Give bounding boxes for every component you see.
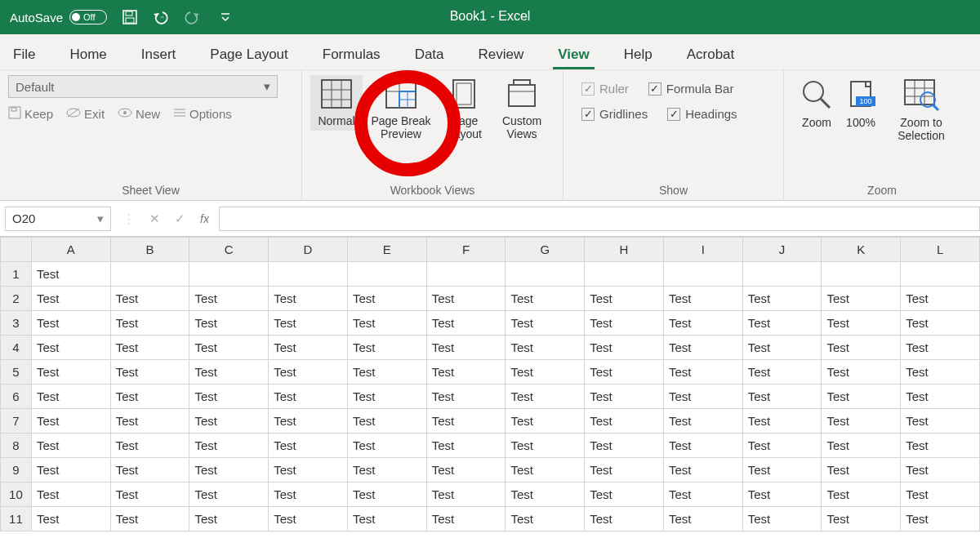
cell[interactable]: Test [110,287,189,311]
cell[interactable]: Test [269,336,348,360]
cell[interactable]: Test [901,385,980,409]
cell[interactable] [663,262,742,287]
cell[interactable]: Test [31,434,110,458]
ruler-checkbox[interactable]: ✓ Ruler [581,82,629,96]
cell[interactable]: Test [663,385,742,409]
cell[interactable]: Test [110,409,189,434]
cell[interactable]: Test [189,483,269,507]
row-header[interactable]: 4 [1,336,32,360]
cell[interactable]: Test [31,336,110,360]
spreadsheet-grid[interactable]: ABCDEFGHIJKL1Test2TestTestTestTestTestTe… [0,237,980,531]
custom-views-button[interactable]: Custom Views [493,75,550,144]
tab-acrobat[interactable]: Acrobat [682,38,740,69]
autosave-toggle[interactable]: AutoSave Off [10,10,107,24]
cell[interactable]: Test [742,507,822,531]
cell[interactable]: Test [347,409,426,434]
cell[interactable]: Test [901,483,980,507]
cell[interactable]: Test [901,409,980,434]
cell[interactable]: Test [189,385,269,409]
cell[interactable]: Test [585,336,664,360]
column-header[interactable]: G [506,238,585,262]
cell[interactable]: Test [269,434,348,458]
cell[interactable]: Test [110,311,189,336]
tab-review[interactable]: Review [474,38,529,69]
cell[interactable] [426,262,506,287]
column-header[interactable]: B [110,238,189,262]
cell[interactable]: Test [426,336,506,360]
cell[interactable]: Test [663,311,742,336]
tab-data[interactable]: Data [410,38,449,69]
cell[interactable]: Test [189,360,269,385]
cell[interactable]: Test [189,458,269,483]
cell[interactable]: Test [189,409,269,434]
cell[interactable]: Test [742,458,822,483]
cell[interactable]: Test [506,287,585,311]
cell[interactable]: Test [663,507,742,531]
cell[interactable]: Test [585,385,664,409]
cell[interactable]: Test [742,287,822,311]
gridlines-checkbox[interactable]: ✓ Gridlines [581,107,648,121]
column-header[interactable]: H [585,238,664,262]
column-header[interactable]: C [189,238,269,262]
cell[interactable]: Test [822,311,901,336]
cell[interactable]: Test [742,409,822,434]
cell[interactable]: Test [663,434,742,458]
cell[interactable]: Test [426,409,506,434]
save-icon[interactable] [122,9,138,25]
cell[interactable]: Test [742,360,822,385]
row-header[interactable]: 2 [1,287,32,311]
cell[interactable]: Test [426,434,506,458]
tab-home[interactable]: Home [65,38,111,69]
cell[interactable] [506,262,585,287]
cell[interactable]: Test [426,360,506,385]
cell[interactable]: Test [31,360,110,385]
cell[interactable]: Test [347,287,426,311]
cell[interactable]: Test [110,434,189,458]
cell[interactable]: Test [347,434,426,458]
cancel-icon[interactable]: ✕ [149,211,160,226]
cell[interactable]: Test [506,360,585,385]
cell[interactable]: Test [663,458,742,483]
cell[interactable]: Test [585,507,664,531]
page-layout-button[interactable]: Page Layout [439,75,490,144]
cell[interactable]: Test [110,385,189,409]
cell[interactable]: Test [269,311,348,336]
cell[interactable]: Test [663,409,742,434]
column-header[interactable]: J [742,238,822,262]
cell[interactable]: Test [347,458,426,483]
row-header[interactable]: 10 [1,483,32,507]
cell[interactable]: Test [269,458,348,483]
cell[interactable]: Test [742,336,822,360]
page-break-preview-button[interactable]: Page Break Preview [366,75,436,144]
zoom-button[interactable]: Zoom [800,78,833,129]
cell[interactable]: Test [347,483,426,507]
cell[interactable]: Test [742,434,822,458]
cell[interactable]: Test [585,409,664,434]
cell[interactable]: Test [901,360,980,385]
cell[interactable]: Test [585,360,664,385]
cell[interactable]: Test [822,483,901,507]
column-header[interactable]: E [347,238,426,262]
cell[interactable]: Test [822,287,901,311]
cell[interactable]: Test [31,507,110,531]
cell[interactable]: Test [347,336,426,360]
sheet-view-options[interactable]: Options [173,107,232,121]
cell[interactable] [269,262,348,287]
normal-view-button[interactable]: Normal [310,75,363,131]
cell[interactable]: Test [110,507,189,531]
cell[interactable] [110,262,189,287]
column-header[interactable]: D [269,238,348,262]
cell[interactable] [901,262,980,287]
row-header[interactable]: 7 [1,409,32,434]
cell[interactable]: Test [506,311,585,336]
cell[interactable]: Test [347,311,426,336]
cell[interactable]: Test [110,360,189,385]
cell[interactable]: Test [31,385,110,409]
cell[interactable]: Test [347,360,426,385]
cell[interactable]: Test [189,507,269,531]
cell[interactable]: Test [585,311,664,336]
cell[interactable]: Test [901,336,980,360]
cell[interactable]: Test [822,360,901,385]
cell[interactable]: Test [347,385,426,409]
cell[interactable]: Test [822,458,901,483]
